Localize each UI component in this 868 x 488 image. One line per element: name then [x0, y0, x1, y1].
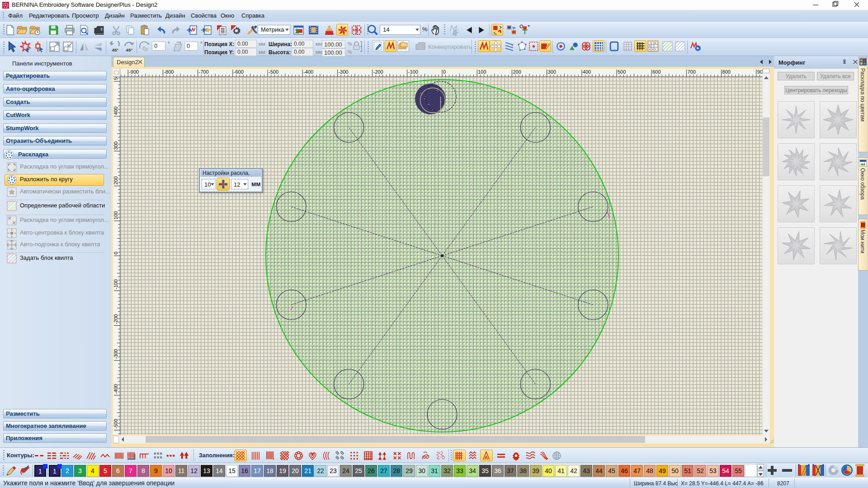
svg-text:-500: -500 [269, 69, 278, 75]
svg-text:100: 100 [478, 69, 486, 75]
svg-text:-900: -900 [129, 69, 139, 75]
svg-text:-300: -300 [113, 349, 118, 359]
svg-text:-500: -500 [113, 419, 118, 429]
svg-text:800: 800 [722, 69, 731, 75]
svg-text:0: 0 [113, 252, 118, 254]
svg-text:-300: -300 [338, 69, 348, 75]
svg-text:500: 500 [113, 77, 118, 80]
svg-text:400: 400 [583, 69, 591, 75]
svg-text:600: 600 [652, 69, 660, 75]
svg-text:-100: -100 [408, 69, 418, 75]
svg-text:900: 900 [757, 69, 762, 75]
svg-text:45°: 45° [126, 47, 133, 52]
svg-text:-400: -400 [113, 384, 118, 394]
svg-text:200: 200 [113, 176, 118, 184]
svg-text:0: 0 [443, 69, 446, 75]
svg-text:300: 300 [113, 141, 118, 150]
svg-text:-400: -400 [303, 69, 313, 75]
svg-text:200: 200 [513, 69, 521, 75]
svg-text:45°: 45° [112, 47, 119, 52]
svg-text:-800: -800 [164, 69, 174, 75]
svg-text:500: 500 [618, 69, 626, 75]
svg-text:-200: -200 [113, 314, 118, 324]
svg-text:-600: -600 [234, 69, 244, 75]
svg-text:-100: -100 [113, 279, 118, 289]
svg-text:-700: -700 [199, 69, 209, 75]
svg-text:300: 300 [548, 69, 556, 75]
svg-text:400: 400 [113, 107, 118, 115]
svg-text:700: 700 [687, 69, 695, 75]
svg-text:-200: -200 [373, 69, 383, 75]
svg-text:100: 100 [113, 211, 118, 219]
